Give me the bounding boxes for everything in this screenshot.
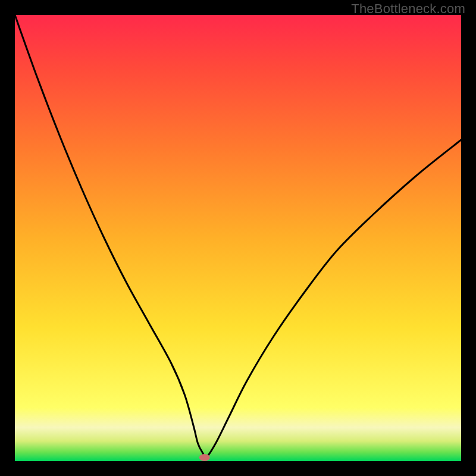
bottleneck-chart xyxy=(0,0,476,476)
watermark-text: TheBottleneck.com xyxy=(351,1,465,17)
min-marker xyxy=(199,454,210,461)
chart-frame: TheBottleneck.com xyxy=(0,0,476,476)
plot-background xyxy=(15,15,461,461)
